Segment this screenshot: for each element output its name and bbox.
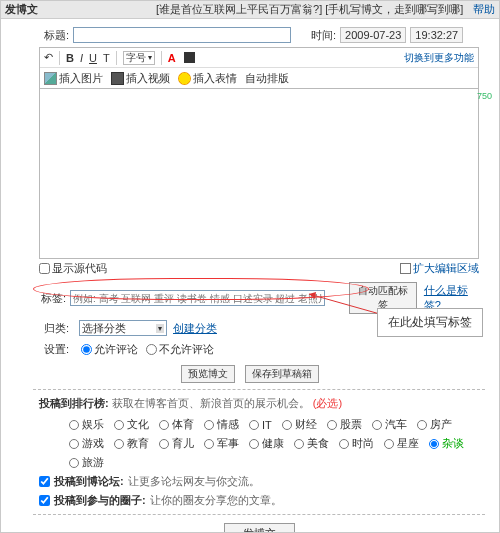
undo-icon[interactable]: ↶ [44, 51, 53, 64]
time-box: 19:32:27 [410, 27, 463, 43]
circle-row[interactable]: 投稿到参与的圈子: 让你的圈友分享您的文章。 [39, 493, 479, 508]
cat-radio-游戏[interactable]: 游戏 [69, 436, 104, 451]
cat-radio-育儿[interactable]: 育儿 [159, 436, 194, 451]
disallow-comment-radio[interactable]: 不允许评论 [146, 342, 214, 357]
textcolor-button[interactable]: A [168, 52, 176, 64]
callout-box: 在此处填写标签 [377, 308, 483, 337]
video-icon [111, 72, 124, 85]
cat-radio-股票[interactable]: 股票 [327, 417, 362, 432]
forum-row[interactable]: 投稿到博论坛: 让更多论坛网友与你交流。 [39, 474, 479, 489]
forum-checkbox [39, 476, 50, 487]
divider-2 [33, 514, 485, 515]
editor-toolbar: ↶ B I U T 字号 A 切换到更多功能 插入图片 插入视频 插入表情 自动… [39, 47, 479, 89]
category-radio-group: 娱乐文化体育情感IT财经股票汽车房产游戏教育育儿军事健康美食时尚星座杂谈旅游 [69, 417, 479, 470]
settings-label: 设置: [39, 342, 69, 357]
cat-radio-旅游[interactable]: 旅游 [69, 455, 104, 470]
cat-radio-房产[interactable]: 房产 [417, 417, 452, 432]
word-count: 750 [477, 91, 492, 101]
face-icon [178, 72, 191, 85]
help-link[interactable]: 帮助 [473, 2, 495, 17]
preview-button[interactable]: 预览博文 [181, 365, 235, 383]
cat-radio-教育[interactable]: 教育 [114, 436, 149, 451]
cat-radio-军事[interactable]: 军事 [204, 436, 239, 451]
top-bar: 发博文 [谁是首位互联网上平民百万富翁?] [手机写博文，走到哪写到哪] 帮助 [1, 1, 499, 19]
underline-button[interactable]: U [89, 52, 97, 64]
date-box: 2009-07-23 [340, 27, 406, 43]
show-source-checkbox[interactable]: 显示源代码 [39, 261, 107, 276]
fontsize-select[interactable]: 字号 [123, 51, 155, 65]
editor-area[interactable]: 750 [39, 89, 479, 259]
divider [33, 389, 485, 390]
promo-link-2[interactable]: [手机写博文，走到哪写到哪] [325, 3, 463, 15]
cat-radio-汽车[interactable]: 汽车 [372, 417, 407, 432]
promo-link-1[interactable]: [谁是首位互联网上平民百万富翁?] [156, 3, 322, 15]
toggle-more[interactable]: 切换到更多功能 [404, 51, 474, 65]
image-icon [44, 72, 57, 85]
category-select[interactable]: 选择分类 [79, 320, 167, 336]
insert-emoji-button[interactable]: 插入表情 [178, 71, 237, 86]
auto-format-button[interactable]: 自动排版 [245, 71, 289, 86]
cat-radio-星座[interactable]: 星座 [384, 436, 419, 451]
insert-image-button[interactable]: 插入图片 [44, 71, 103, 86]
cat-radio-娱乐[interactable]: 娱乐 [69, 417, 104, 432]
publish-button[interactable]: 发博文 [224, 523, 295, 533]
circle-checkbox [39, 495, 50, 506]
italic-button[interactable]: I [80, 52, 83, 64]
color-swatch[interactable] [184, 52, 195, 63]
cat-radio-杂谈[interactable]: 杂谈 [429, 436, 464, 451]
strike-button[interactable]: T [103, 52, 110, 64]
category-label: 归类: [39, 321, 69, 336]
cat-radio-财经[interactable]: 财经 [282, 417, 317, 432]
cat-radio-美食[interactable]: 美食 [294, 436, 329, 451]
time-label: 时间: [311, 28, 336, 43]
cat-radio-情感[interactable]: 情感 [204, 417, 239, 432]
create-category-link[interactable]: 创建分类 [173, 321, 217, 336]
rank-section: 投稿到排行榜: 获取在博客首页、新浪首页的展示机会。 (必选) [39, 396, 479, 411]
top-links: [谁是首位互联网上平民百万富翁?] [手机写博文，走到哪写到哪] [156, 2, 463, 17]
tag-input[interactable] [70, 290, 325, 306]
bold-button[interactable]: B [66, 52, 74, 64]
title-label: 标题: [39, 28, 69, 43]
tag-label: 标签: [39, 291, 66, 306]
cat-radio-健康[interactable]: 健康 [249, 436, 284, 451]
insert-video-button[interactable]: 插入视频 [111, 71, 170, 86]
expand-editor[interactable]: 扩大编辑区域 [400, 261, 479, 276]
cat-radio-时尚[interactable]: 时尚 [339, 436, 374, 451]
title-row: 标题: 时间: 2009-07-23 19:32:27 [39, 27, 479, 43]
save-draft-button[interactable]: 保存到草稿箱 [245, 365, 319, 383]
allow-comment-radio[interactable]: 允许评论 [81, 342, 138, 357]
settings-row: 设置: 允许评论 不允许评论 [39, 342, 479, 357]
cat-radio-体育[interactable]: 体育 [159, 417, 194, 432]
app-title: 发博文 [5, 2, 38, 17]
title-input[interactable] [73, 27, 291, 43]
cat-radio-文化[interactable]: 文化 [114, 417, 149, 432]
cat-radio-IT[interactable]: IT [249, 417, 272, 432]
